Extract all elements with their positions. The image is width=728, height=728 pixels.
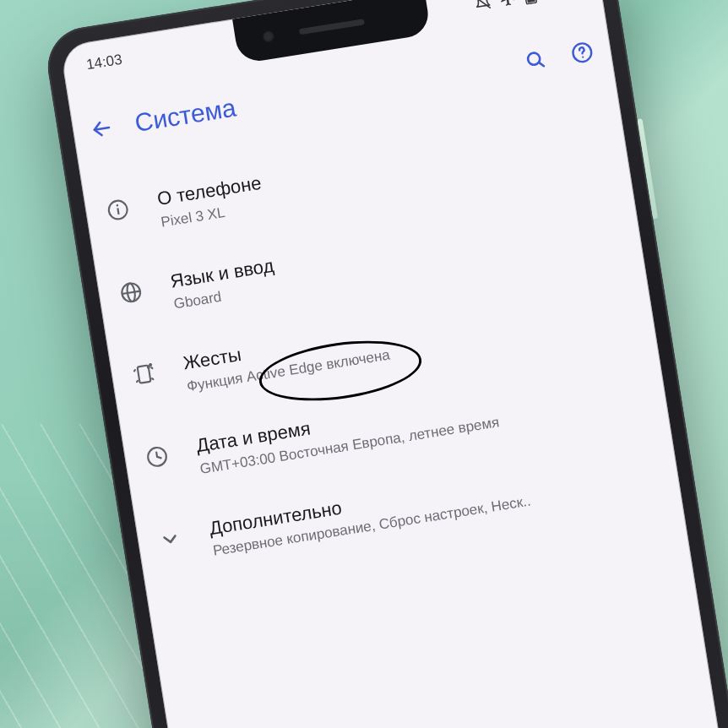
- device-screen: 14:03: [60, 0, 728, 728]
- globe-icon: [117, 279, 144, 306]
- help-button[interactable]: [568, 39, 595, 66]
- svg-line-14: [122, 291, 139, 293]
- battery-icon: [524, 0, 538, 5]
- back-button[interactable]: [88, 115, 115, 142]
- svg-point-16: [148, 367, 149, 368]
- gestures-icon: [131, 361, 158, 388]
- battery-percentage: 71 %: [543, 0, 578, 1]
- alarm-off-icon: [473, 0, 492, 12]
- settings-list: О телефоне Pixel 3 XL Язык и ввод Gboard: [78, 78, 682, 591]
- svg-line-6: [539, 62, 544, 67]
- pixel3xl-device-frame: 14:03: [42, 0, 728, 728]
- chevron-down-icon: [156, 525, 183, 552]
- svg-point-17: [149, 364, 151, 366]
- svg-line-10: [117, 208, 118, 214]
- clock-icon: [144, 443, 171, 470]
- airplane-mode-icon: [498, 0, 518, 8]
- status-time: 14:03: [85, 52, 123, 73]
- earpiece-speaker: [299, 19, 365, 35]
- svg-point-11: [116, 204, 118, 207]
- svg-point-8: [582, 56, 584, 57]
- svg-rect-3: [526, 0, 535, 3]
- info-icon: [105, 197, 132, 224]
- page-title: Система: [133, 93, 238, 137]
- front-camera: [262, 30, 275, 43]
- search-button[interactable]: [522, 46, 549, 73]
